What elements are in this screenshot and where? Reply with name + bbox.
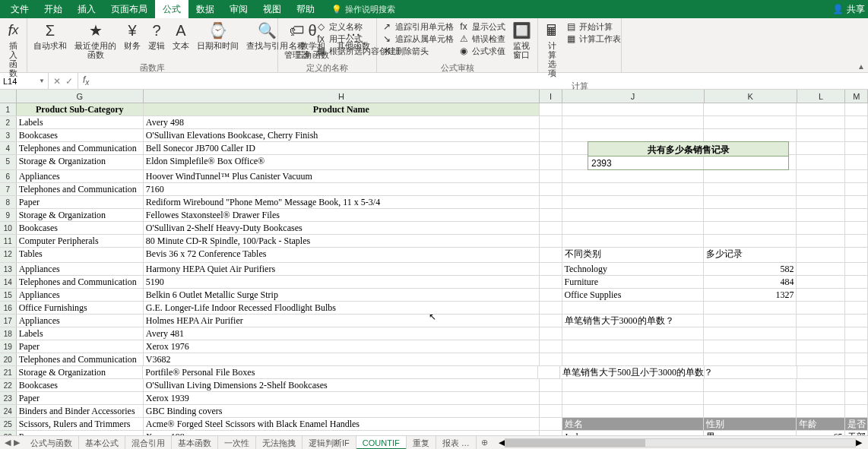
horizontal-scrollbar[interactable]: ◀ ▶ [493, 438, 868, 447]
cell[interactable] [797, 209, 845, 221]
cell[interactable]: Telephones and Communication [17, 183, 144, 195]
cell[interactable] [797, 315, 845, 327]
row-header[interactable]: 25 [0, 418, 17, 430]
cell[interactable] [704, 302, 797, 314]
cell[interactable] [845, 392, 868, 404]
cell[interactable] [797, 222, 845, 234]
cell[interactable]: 484 [704, 276, 797, 288]
row-header[interactable]: 15 [0, 289, 17, 301]
cell[interactable] [797, 289, 845, 301]
cell[interactable]: Hoover WindTunnel™ Plus Canister Vacuum [144, 170, 540, 182]
row-header[interactable]: 14 [0, 276, 17, 288]
cell[interactable] [797, 263, 845, 275]
cell[interactable]: Holmes HEPA Air Purifier [144, 315, 540, 327]
cell[interactable] [845, 235, 868, 247]
menu-item-0[interactable]: 文件 [3, 0, 36, 18]
g4-small-item-0[interactable]: ▤开始计算 [565, 21, 621, 33]
g3-left-item-1[interactable]: ↘追踪从属单元格 [382, 33, 454, 45]
cell[interactable]: V3682 [144, 353, 540, 365]
cell[interactable]: Appliances [17, 315, 144, 327]
menu-item-6[interactable]: 审阅 [222, 0, 255, 18]
cell[interactable] [540, 289, 562, 301]
cell[interactable]: Storage & Organization [17, 366, 144, 378]
sheet-tab[interactable]: 逻辑判断IF [303, 436, 356, 450]
cell[interactable] [540, 248, 562, 262]
cell[interactable]: Paper [17, 392, 144, 404]
cell[interactable]: Office Furnishings [17, 302, 144, 314]
cell[interactable]: Bookcases [17, 379, 144, 391]
cell[interactable]: Product Sub-Category [17, 103, 144, 115]
cell[interactable]: Labels [17, 116, 144, 128]
ribbon-fn-btn-4[interactable]: A文本 [169, 20, 192, 52]
cell[interactable]: Bookcases [17, 222, 144, 234]
cell[interactable]: Xerox 1976 [144, 340, 540, 353]
cell[interactable] [562, 170, 705, 182]
fx-icon[interactable]: fx [78, 74, 93, 87]
ribbon-fn-btn-1[interactable]: ★最近使用的 函数 [71, 20, 119, 61]
cell[interactable] [845, 315, 868, 327]
cell[interactable] [797, 116, 845, 128]
cancel-formula-icon[interactable]: ✕ [53, 76, 61, 87]
row-header[interactable]: 18 [0, 327, 17, 340]
cell[interactable] [845, 263, 868, 275]
cell[interactable] [797, 366, 846, 378]
accept-formula-icon[interactable]: ✓ [65, 76, 73, 87]
cell[interactable]: Bevis 36 x 72 Conference Tables [144, 248, 540, 262]
col-header[interactable]: H [144, 90, 540, 103]
cell[interactable] [704, 235, 797, 247]
cell[interactable] [845, 276, 868, 288]
cell[interactable]: Telephones and Communication [17, 142, 144, 154]
cell[interactable]: 5190 [144, 276, 540, 288]
col-header[interactable]: L [797, 90, 846, 103]
cell[interactable] [704, 116, 797, 128]
row-header[interactable]: 21 [0, 366, 17, 378]
cell[interactable] [540, 183, 562, 195]
cell[interactable]: Telephones and Communication [17, 353, 144, 365]
cell[interactable]: Binders and Binder Accessories [17, 405, 144, 417]
cell[interactable] [845, 289, 868, 301]
cell[interactable] [562, 379, 705, 391]
cell[interactable]: Eldon Simplefile® Box Office® [144, 155, 540, 169]
row-header[interactable]: 16 [0, 302, 17, 314]
ribbon-fn-btn-2[interactable]: ¥财务 [121, 20, 144, 52]
cell[interactable]: Product Name [144, 103, 540, 115]
cell[interactable] [540, 209, 562, 221]
calc-options-button[interactable]: 🖩 计算选项 [541, 20, 562, 79]
cell[interactable]: GBC Binding covers [144, 405, 540, 417]
cell[interactable]: Storage & Organization [17, 209, 144, 221]
cell[interactable] [562, 183, 705, 195]
cell[interactable]: 年龄 [797, 418, 845, 430]
row-header[interactable]: 11 [0, 235, 17, 247]
cell[interactable] [540, 392, 562, 404]
cell[interactable] [540, 263, 562, 275]
cell[interactable]: Bell Sonecor JB700 Caller ID [144, 142, 540, 154]
cell[interactable]: Belkin 6 Outlet Metallic Surge Strip [144, 289, 540, 301]
cell[interactable]: Avery 481 [144, 327, 540, 340]
row-header[interactable]: 9 [0, 209, 17, 221]
cell[interactable]: Storage & Organization [17, 155, 144, 169]
cell[interactable] [562, 405, 705, 417]
cell[interactable]: Appliances [17, 170, 144, 182]
cell[interactable] [845, 222, 868, 234]
formula-input[interactable] [93, 73, 868, 89]
sheet-tab[interactable]: 基本公式 [79, 436, 125, 450]
collapse-ribbon-icon[interactable]: ▲ [857, 62, 865, 71]
select-all-corner[interactable] [0, 90, 17, 103]
sheet-tab[interactable]: 公式与函数 [24, 436, 79, 450]
cell[interactable] [704, 405, 797, 417]
cell[interactable] [562, 222, 705, 234]
row-header[interactable]: 3 [0, 129, 17, 141]
cell[interactable] [845, 183, 868, 195]
cell[interactable] [562, 235, 705, 247]
cell[interactable]: Bookcases [17, 129, 144, 141]
cell[interactable] [540, 222, 562, 234]
cell[interactable] [704, 183, 797, 195]
cell[interactable] [797, 392, 845, 404]
cell[interactable] [704, 379, 797, 391]
cell[interactable]: 性别 [704, 418, 797, 430]
cell[interactable] [704, 196, 797, 208]
cell[interactable]: Appliances [17, 289, 144, 301]
col-header[interactable]: J [562, 90, 705, 103]
cell[interactable] [540, 340, 562, 353]
cell[interactable] [540, 379, 562, 391]
